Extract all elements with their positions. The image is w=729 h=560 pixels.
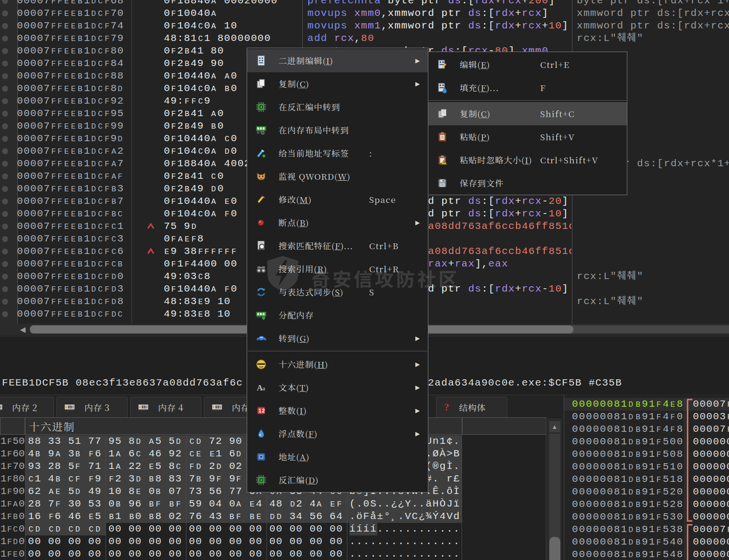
- svg-text:12: 12: [258, 408, 265, 413]
- svg-text:a: a: [262, 385, 266, 392]
